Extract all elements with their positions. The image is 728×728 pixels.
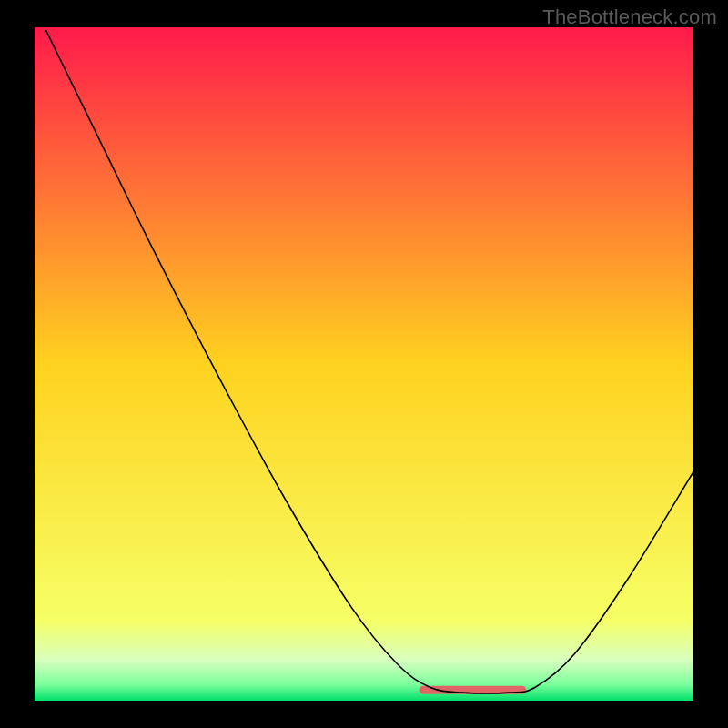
gradient-line-chart — [35, 27, 693, 701]
chart-frame: TheBottleneck.com — [0, 0, 728, 728]
watermark-text: TheBottleneck.com — [542, 5, 717, 29]
plot-area — [35, 27, 693, 701]
chart-background — [35, 27, 693, 701]
